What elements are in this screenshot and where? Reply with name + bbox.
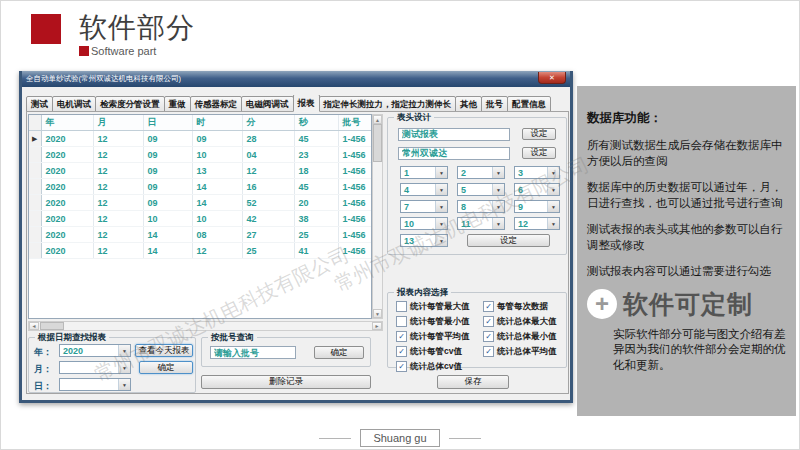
batch-number-input[interactable] — [210, 346, 296, 359]
tab-batch[interactable]: 批号 — [481, 96, 508, 112]
col-minute[interactable]: 分 — [242, 115, 294, 131]
scroll-up-icon[interactable]: ▲ — [373, 115, 382, 124]
col-hour[interactable]: 时 — [192, 115, 242, 131]
table-row[interactable]: ▶202012090928451-456 — [29, 131, 372, 147]
checkbox-per-tube-cv[interactable]: ✓统计每管cv值 — [396, 344, 470, 359]
tab-test[interactable]: 测试 — [26, 96, 53, 112]
table-row[interactable]: 202012140827251-456 — [29, 227, 372, 243]
save-button[interactable]: 保存 — [437, 375, 509, 389]
set-title-button[interactable]: 设定 — [522, 128, 556, 140]
page-subtitle-label: Software part — [91, 45, 156, 57]
feature-description: 实际软件部分可能与图文介绍有差异因为我们的软件部分会定期的优化和更新。 — [613, 327, 786, 374]
field-dropdown-4[interactable]: 4▼ — [400, 183, 448, 196]
chevron-down-icon: ▼ — [547, 184, 559, 195]
col-day[interactable]: 日 — [143, 115, 192, 131]
company-name-input[interactable] — [398, 147, 510, 160]
field-dropdown-8[interactable]: 8▼ — [457, 200, 505, 213]
date-search-group-label: 根据日期查找报表 — [35, 332, 109, 344]
col-batch[interactable]: 批号 — [338, 115, 372, 131]
field-dropdown-3[interactable]: 3▼ — [514, 166, 560, 179]
checkbox-icon: ✓ — [483, 346, 494, 357]
scrollbar-thumb[interactable] — [373, 124, 382, 162]
checkbox-icon: ✓ — [396, 346, 407, 357]
checkbox-icon: ✓ — [396, 301, 407, 312]
set-company-button[interactable]: 设定 — [522, 147, 556, 159]
report-content-group-label: 报表内容选择 — [394, 287, 451, 299]
header-design-group-label: 表头设计 — [394, 112, 434, 124]
scroll-right-icon[interactable]: ► — [372, 322, 382, 330]
tab-elongation-force[interactable]: 指定伸长测拉力，指定拉力测伸长 — [319, 96, 457, 112]
month-dropdown[interactable]: ▼ — [59, 361, 131, 374]
vertical-scrollbar[interactable]: ▲ ▼ — [372, 114, 383, 319]
tab-sensor-calibration[interactable]: 传感器标定 — [190, 96, 243, 112]
chevron-down-icon: ▼ — [547, 218, 559, 229]
report-content-group: 报表内容选择 ✓统计每管最大值 ✓统计每管最小值 ✓统计每管平均值 ✓统计每管c… — [387, 292, 567, 368]
checkbox-per-tube-each[interactable]: ✓每管每次数据 — [483, 299, 557, 314]
year-value: 2020 — [63, 346, 83, 356]
info-paragraph: 测试报表内容可以通过需要进行勾选 — [587, 264, 786, 280]
tab-tube-settings[interactable]: 检索度分管设置 — [95, 96, 165, 112]
tab-valve-debug[interactable]: 电磁阀调试 — [241, 96, 294, 112]
scroll-down-icon[interactable]: ▼ — [373, 309, 382, 318]
checkbox-overall-min[interactable]: ✓统计总体最小值 — [483, 329, 557, 344]
page-title: 软件部分 — [79, 9, 195, 47]
field-dropdown-12[interactable]: 12▼ — [514, 217, 560, 230]
checkbox-per-tube-min[interactable]: ✓统计每管最小值 — [396, 314, 470, 329]
chevron-down-icon: ▼ — [547, 201, 559, 212]
table-row[interactable]: 202012091312181-456 — [29, 163, 372, 179]
checkbox-overall-max[interactable]: ✓统计总体最大值 — [483, 314, 557, 329]
field-dropdown-13[interactable]: 13▼ — [400, 234, 448, 247]
checkbox-overall-avg[interactable]: ✓统计总体平均值 — [483, 344, 557, 359]
field-dropdown-2[interactable]: 2▼ — [457, 166, 505, 179]
feature-callout: + 软件可定制 — [587, 288, 786, 321]
field-dropdown-10[interactable]: 10▼ — [400, 217, 448, 230]
year-dropdown[interactable]: 2020 ▼ — [59, 344, 131, 357]
col-month[interactable]: 月 — [93, 115, 143, 131]
horizontal-scrollbar[interactable]: ◄ ► — [28, 321, 383, 331]
table-row[interactable]: 202012141225411-456 — [29, 243, 372, 259]
tab-other[interactable]: 其他 — [455, 96, 482, 112]
checkbox-per-tube-max[interactable]: ✓统计每管最大值 — [396, 299, 470, 314]
window-titlebar[interactable]: 全自动单纱试验(常州双诚达机电科技有限公司) — [22, 71, 570, 87]
delete-records-button[interactable]: 删除记录 — [201, 375, 371, 389]
field-dropdown-1[interactable]: 1▼ — [400, 166, 448, 179]
table-row[interactable]: 202012091452201-456 — [29, 195, 372, 211]
report-title-input[interactable] — [398, 128, 510, 141]
info-paragraph: 数据库中的历史数据可以通过年，月，日进行查找，也可以通过批号进行查询 — [587, 180, 786, 211]
chevron-down-icon: ▼ — [492, 201, 504, 212]
col-year[interactable]: 年 — [41, 115, 93, 131]
tab-report[interactable]: 报表 — [293, 95, 320, 112]
field-dropdown-5[interactable]: 5▼ — [457, 183, 505, 196]
chevron-down-icon: ▼ — [435, 184, 447, 195]
chevron-down-icon: ▼ — [118, 379, 130, 390]
tab-motor-debug[interactable]: 电机调试 — [52, 96, 96, 112]
chevron-down-icon: ▼ — [435, 201, 447, 212]
day-dropdown[interactable]: ▼ — [59, 378, 131, 391]
field-dropdown-9[interactable]: 9▼ — [514, 200, 560, 213]
batch-ok-button[interactable]: 确定 — [314, 346, 364, 359]
view-today-report-button[interactable]: 查看今天报表 — [135, 344, 193, 357]
chevron-down-icon: ▼ — [492, 184, 504, 195]
field-dropdown-7[interactable]: 7▼ — [400, 200, 448, 213]
set-fields-button[interactable]: 设定 — [467, 234, 549, 247]
field-dropdown-11[interactable]: 11▼ — [457, 217, 505, 230]
close-button[interactable]: ✕ — [538, 72, 566, 84]
field-dropdown-6[interactable]: 6▼ — [514, 183, 560, 196]
checkbox-overall-cv[interactable]: ✓统计总体cv值 — [396, 359, 470, 374]
tab-config-info[interactable]: 配置信息 — [507, 96, 551, 112]
tab-redo[interactable]: 重做 — [164, 96, 191, 112]
table-row[interactable]: 202012101042381-456 — [29, 211, 372, 227]
year-label: 年： — [34, 346, 52, 359]
table-row[interactable]: 202012091004231-456 — [29, 147, 372, 163]
footer-divider — [319, 438, 351, 439]
checkbox-per-tube-avg[interactable]: ✓统计每管平均值 — [396, 329, 470, 344]
accent-square-small — [79, 46, 89, 56]
scroll-left-icon[interactable]: ◄ — [29, 322, 39, 330]
table-row[interactable]: 202012091416451-456 — [29, 179, 372, 195]
chevron-down-icon: ▼ — [118, 345, 130, 356]
month-label: 月： — [34, 363, 52, 376]
scrollbar-thumb[interactable] — [40, 322, 64, 330]
footer-divider — [449, 438, 481, 439]
date-ok-button[interactable]: 确定 — [139, 361, 193, 374]
col-second[interactable]: 秒 — [294, 115, 338, 131]
